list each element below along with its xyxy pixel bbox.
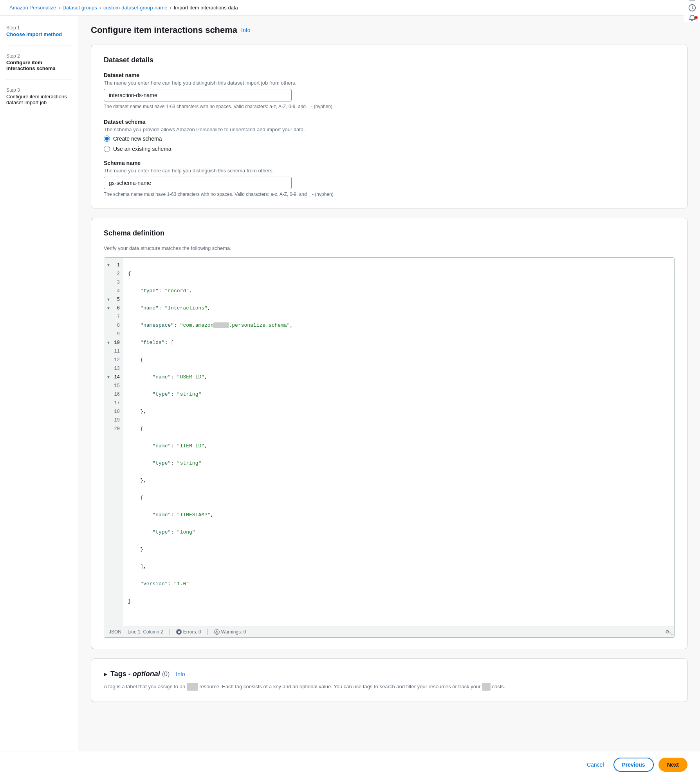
breadcrumb-sep-3: › [170, 5, 171, 11]
breadcrumb: Amazon Personalize › Dataset groups › cu… [9, 5, 691, 11]
dataset-name-desc: The name you enter here can help you dis… [104, 80, 675, 86]
sidebar-divider-2 [6, 79, 72, 80]
tags-title: Tags - optional (0) [110, 670, 170, 678]
code-line-5: "fields": [ [128, 338, 669, 347]
tags-title-italic: optional [133, 670, 160, 678]
footer-position: Line 1, Column 2 [128, 629, 163, 635]
dataset-details-card: Dataset details Dataset name The name yo… [91, 45, 687, 208]
code-line-15: "name": "TIMESTAMP", [128, 511, 669, 519]
step-2-name: Configure item interactions schema [6, 60, 72, 71]
code-editor-body[interactable]: ▼ 1 2 3 4 [104, 258, 674, 626]
code-line-6: { [128, 356, 669, 364]
code-line-9: }, [128, 407, 669, 416]
code-line-16: "type": "long" [128, 528, 669, 537]
step-1-name[interactable]: Choose import method [6, 31, 72, 37]
icon-btn-settings[interactable] [684, 4, 700, 12]
line-6: ▼ 6 [104, 304, 123, 313]
sidebar: Step 1 Choose import method Step 2 Confi… [0, 16, 78, 774]
warning-icon: ⚠ [214, 629, 220, 635]
blurred-word-2 [482, 683, 491, 691]
dataset-schema-field: Dataset schema The schema you provide al… [104, 119, 675, 152]
radio-create-new-input[interactable] [104, 136, 110, 142]
breadcrumb-dataset-groups[interactable]: Dataset groups [63, 5, 97, 11]
line-numbers: ▼ 1 2 3 4 [104, 258, 123, 626]
code-line-2: "type": "record", [128, 287, 669, 295]
code-editor[interactable]: ▼ 1 2 3 4 [104, 257, 675, 638]
schema-name-field: Schema name The name you enter here can … [104, 160, 675, 197]
radio-use-existing[interactable]: Use an existing schema [104, 146, 675, 152]
line-5: ▼ 5 [104, 295, 123, 304]
code-line-13: }, [128, 476, 669, 485]
line-18: 18 [104, 407, 123, 416]
tags-count: (0) [162, 671, 170, 677]
clock-icon [688, 4, 696, 12]
schema-name-input[interactable] [104, 177, 292, 189]
code-line-10: { [128, 425, 669, 433]
tags-card: ▶ Tags - optional (0) Info A tag is a la… [91, 659, 687, 702]
schema-name-label: Schema name [104, 160, 675, 166]
code-line-20: } [128, 597, 669, 606]
radio-use-existing-input[interactable] [104, 146, 110, 152]
schema-name-hint: The schema name must have 1-63 character… [104, 192, 675, 197]
schema-definition-desc: Verify your data structure matches the f… [104, 245, 675, 251]
line-12: 12 [104, 356, 123, 364]
notification-badge [695, 16, 698, 19]
sidebar-step-2: Step 2 Configure item interactions schem… [6, 53, 72, 71]
tags-expand-icon[interactable]: ▶ [104, 671, 107, 677]
footer-errors: ✕ Errors: 0 [176, 629, 201, 635]
arrow-1: ▼ [107, 263, 111, 268]
breadcrumb-dataset-group-name[interactable]: custom-dataset-group-name [103, 5, 167, 11]
schema-radio-group: Create new schema Use an existing schema [104, 136, 675, 152]
page-footer: Cancel Previous Next [0, 751, 700, 778]
schema-definition-card: Schema definition Verify your data struc… [91, 218, 687, 649]
tags-description: A tag is a label that you assign to an r… [104, 683, 675, 691]
code-line-7: "name": "USER_ID", [128, 373, 669, 382]
radio-create-new[interactable]: Create new schema [104, 136, 675, 142]
dataset-schema-desc: The schema you provide allows Amazon Per… [104, 127, 675, 132]
line-4: 4 [104, 287, 123, 295]
icon-btn-notifications[interactable] [684, 14, 700, 22]
step-3-label: Step 3 [6, 87, 72, 93]
line-14: ▼ 14 [104, 373, 123, 382]
blurred-word-1 [187, 683, 198, 691]
user-icon [688, 0, 696, 2]
dataset-name-label: Dataset name [104, 72, 675, 78]
dataset-schema-label: Dataset schema [104, 119, 675, 125]
icon-btn-user[interactable] [684, 0, 700, 2]
dataset-name-field: Dataset name The name you enter here can… [104, 72, 675, 109]
line-20: 20 [104, 425, 123, 433]
footer-divider-1 [170, 629, 170, 635]
page-title: Configure item interactions schema Info [91, 25, 687, 35]
error-icon: ✕ [176, 629, 182, 635]
line-9: 9 [104, 330, 123, 338]
line-8: 8 [104, 321, 123, 330]
code-line-11: "name": "ITEM_ID", [128, 442, 669, 451]
code-line-18: ], [128, 563, 669, 571]
main-content: Configure item interactions schema Info … [78, 16, 700, 774]
page-info-link[interactable]: Info [241, 27, 250, 33]
code-line-12: "type": "string" [128, 459, 669, 468]
sidebar-step-3: Step 3 Configure item interactions datas… [6, 87, 72, 105]
line-13: 13 [104, 364, 123, 373]
breadcrumb-amazon-personalize[interactable]: Amazon Personalize [9, 5, 56, 11]
line-19: 19 [104, 416, 123, 425]
code-content[interactable]: { "type": "record", "name": "Interaction… [123, 258, 674, 626]
code-line-19: "version": "1.0" [128, 580, 669, 588]
footer-divider-2 [207, 629, 208, 635]
cancel-button[interactable]: Cancel [582, 758, 609, 772]
code-line-1: { [128, 270, 669, 278]
code-line-3: "name": "Interactions", [128, 304, 669, 313]
next-button[interactable]: Next [659, 758, 687, 772]
tags-header[interactable]: ▶ Tags - optional (0) Info [104, 670, 675, 678]
code-line-4: "namespace": "com.amazon█████.personaliz… [128, 321, 669, 330]
radio-use-existing-label: Use an existing schema [113, 146, 171, 152]
previous-button[interactable]: Previous [613, 758, 654, 772]
step-2-label: Step 2 [6, 53, 72, 59]
resize-handle[interactable]: ⤡ [669, 630, 673, 637]
footer-errors-text: Errors: 0 [183, 629, 201, 635]
radio-create-new-label: Create new schema [113, 136, 162, 142]
tags-info-link[interactable]: Info [176, 671, 185, 677]
dataset-name-input[interactable] [104, 89, 292, 101]
dataset-details-title: Dataset details [104, 56, 675, 64]
sidebar-divider-1 [6, 45, 72, 45]
